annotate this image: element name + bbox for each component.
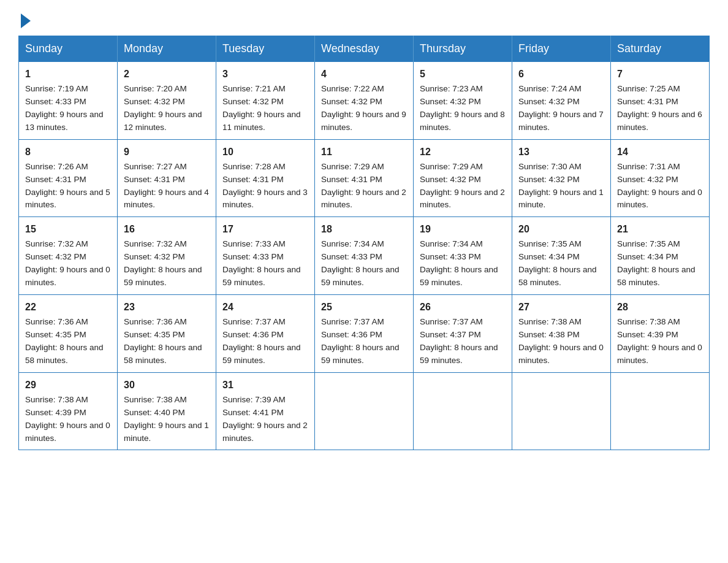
day-info: Sunrise: 7:37 AMSunset: 4:36 PMDaylight:… (321, 317, 400, 365)
calendar-week-row: 22Sunrise: 7:36 AMSunset: 4:35 PMDayligh… (19, 295, 710, 373)
day-number: 30 (124, 378, 210, 393)
calendar-day-cell: 22Sunrise: 7:36 AMSunset: 4:35 PMDayligh… (19, 295, 118, 373)
day-of-week-header: Thursday (414, 36, 512, 62)
day-info: Sunrise: 7:29 AMSunset: 4:31 PMDaylight:… (321, 162, 406, 210)
calendar-day-cell: 10Sunrise: 7:28 AMSunset: 4:31 PMDayligh… (216, 139, 315, 217)
calendar-day-cell: 6Sunrise: 7:24 AMSunset: 4:32 PMDaylight… (512, 62, 611, 140)
calendar-day-cell: 20Sunrise: 7:35 AMSunset: 4:34 PMDayligh… (512, 217, 611, 295)
day-number: 2 (124, 67, 210, 82)
day-number: 24 (222, 300, 308, 315)
day-number: 31 (222, 378, 308, 393)
day-number: 5 (420, 67, 506, 82)
day-info: Sunrise: 7:25 AMSunset: 4:31 PMDaylight:… (617, 84, 702, 132)
calendar-day-cell (512, 372, 611, 450)
day-number: 13 (518, 145, 604, 159)
day-of-week-header: Saturday (611, 36, 710, 62)
calendar-day-cell: 11Sunrise: 7:29 AMSunset: 4:31 PMDayligh… (315, 139, 414, 217)
calendar-day-cell: 13Sunrise: 7:30 AMSunset: 4:32 PMDayligh… (512, 139, 611, 217)
calendar-day-cell: 4Sunrise: 7:22 AMSunset: 4:32 PMDaylight… (315, 62, 414, 140)
day-info: Sunrise: 7:23 AMSunset: 4:32 PMDaylight:… (420, 84, 505, 132)
day-number: 9 (124, 145, 210, 159)
calendar-day-cell: 15Sunrise: 7:32 AMSunset: 4:32 PMDayligh… (19, 217, 118, 295)
day-info: Sunrise: 7:27 AMSunset: 4:31 PMDaylight:… (124, 162, 209, 210)
calendar-week-row: 1Sunrise: 7:19 AMSunset: 4:33 PMDaylight… (19, 62, 710, 140)
day-info: Sunrise: 7:19 AMSunset: 4:33 PMDaylight:… (25, 84, 104, 132)
calendar-week-row: 15Sunrise: 7:32 AMSunset: 4:32 PMDayligh… (19, 217, 710, 295)
calendar-day-cell: 21Sunrise: 7:35 AMSunset: 4:34 PMDayligh… (611, 217, 710, 295)
day-of-week-header: Friday (512, 36, 611, 62)
day-info: Sunrise: 7:39 AMSunset: 4:41 PMDaylight:… (222, 395, 308, 443)
day-number: 19 (420, 222, 506, 237)
day-number: 25 (321, 300, 407, 315)
day-number: 18 (321, 222, 407, 237)
calendar-day-cell: 8Sunrise: 7:26 AMSunset: 4:31 PMDaylight… (19, 139, 118, 217)
day-of-week-header: Monday (118, 36, 216, 62)
day-of-week-header: Wednesday (315, 36, 414, 62)
calendar-day-cell: 26Sunrise: 7:37 AMSunset: 4:37 PMDayligh… (414, 295, 512, 373)
day-number: 7 (617, 67, 703, 82)
day-of-week-header: Tuesday (216, 36, 315, 62)
day-number: 12 (420, 145, 506, 159)
day-info: Sunrise: 7:36 AMSunset: 4:35 PMDaylight:… (25, 317, 104, 365)
day-number: 8 (25, 145, 111, 159)
day-info: Sunrise: 7:34 AMSunset: 4:33 PMDaylight:… (420, 239, 498, 287)
day-number: 4 (321, 67, 407, 82)
calendar-day-cell (414, 372, 512, 450)
day-info: Sunrise: 7:35 AMSunset: 4:34 PMDaylight:… (518, 239, 597, 287)
calendar-day-cell: 24Sunrise: 7:37 AMSunset: 4:36 PMDayligh… (216, 295, 315, 373)
day-number: 15 (25, 222, 111, 237)
calendar-day-cell (611, 372, 710, 450)
calendar-day-cell: 29Sunrise: 7:38 AMSunset: 4:39 PMDayligh… (19, 372, 118, 450)
day-info: Sunrise: 7:28 AMSunset: 4:31 PMDaylight:… (222, 162, 308, 210)
day-info: Sunrise: 7:30 AMSunset: 4:32 PMDaylight:… (518, 162, 604, 210)
calendar-day-cell: 14Sunrise: 7:31 AMSunset: 4:32 PMDayligh… (611, 139, 710, 217)
calendar-day-cell: 31Sunrise: 7:39 AMSunset: 4:41 PMDayligh… (216, 372, 315, 450)
day-number: 23 (124, 300, 210, 315)
day-number: 29 (25, 378, 111, 393)
day-number: 6 (518, 67, 604, 82)
day-info: Sunrise: 7:20 AMSunset: 4:32 PMDaylight:… (124, 84, 202, 132)
day-number: 17 (222, 222, 308, 237)
day-info: Sunrise: 7:33 AMSunset: 4:33 PMDaylight:… (222, 239, 301, 287)
calendar-day-cell: 17Sunrise: 7:33 AMSunset: 4:33 PMDayligh… (216, 217, 315, 295)
calendar-day-cell: 16Sunrise: 7:32 AMSunset: 4:32 PMDayligh… (118, 217, 216, 295)
calendar-day-cell: 27Sunrise: 7:38 AMSunset: 4:38 PMDayligh… (512, 295, 611, 373)
day-number: 1 (25, 67, 111, 82)
day-number: 27 (518, 300, 604, 315)
day-number: 11 (321, 145, 407, 159)
day-info: Sunrise: 7:37 AMSunset: 4:37 PMDaylight:… (420, 317, 498, 365)
calendar-day-cell: 25Sunrise: 7:37 AMSunset: 4:36 PMDayligh… (315, 295, 414, 373)
day-info: Sunrise: 7:35 AMSunset: 4:34 PMDaylight:… (617, 239, 696, 287)
day-of-week-header: Sunday (19, 36, 118, 62)
day-info: Sunrise: 7:37 AMSunset: 4:36 PMDaylight:… (222, 317, 301, 365)
day-number: 28 (617, 300, 703, 315)
calendar-day-cell: 18Sunrise: 7:34 AMSunset: 4:33 PMDayligh… (315, 217, 414, 295)
day-number: 16 (124, 222, 210, 237)
day-info: Sunrise: 7:29 AMSunset: 4:32 PMDaylight:… (420, 162, 505, 210)
logo-arrow-icon (21, 13, 31, 28)
day-number: 26 (420, 300, 506, 315)
calendar-day-cell: 1Sunrise: 7:19 AMSunset: 4:33 PMDaylight… (19, 62, 118, 140)
day-info: Sunrise: 7:38 AMSunset: 4:38 PMDaylight:… (518, 317, 604, 365)
calendar-day-cell: 7Sunrise: 7:25 AMSunset: 4:31 PMDaylight… (611, 62, 710, 140)
day-number: 10 (222, 145, 308, 159)
day-info: Sunrise: 7:32 AMSunset: 4:32 PMDaylight:… (124, 239, 202, 287)
day-number: 20 (518, 222, 604, 237)
logo (18, 12, 31, 26)
calendar-day-cell: 2Sunrise: 7:20 AMSunset: 4:32 PMDaylight… (118, 62, 216, 140)
page-header (18, 12, 710, 26)
calendar-table: SundayMondayTuesdayWednesdayThursdayFrid… (18, 36, 710, 450)
day-number: 14 (617, 145, 703, 159)
day-info: Sunrise: 7:38 AMSunset: 4:39 PMDaylight:… (617, 317, 702, 365)
calendar-header-row: SundayMondayTuesdayWednesdayThursdayFrid… (19, 36, 710, 62)
day-info: Sunrise: 7:38 AMSunset: 4:40 PMDaylight:… (124, 395, 209, 443)
calendar-week-row: 8Sunrise: 7:26 AMSunset: 4:31 PMDaylight… (19, 139, 710, 217)
calendar-day-cell: 30Sunrise: 7:38 AMSunset: 4:40 PMDayligh… (118, 372, 216, 450)
day-number: 21 (617, 222, 703, 237)
day-info: Sunrise: 7:34 AMSunset: 4:33 PMDaylight:… (321, 239, 400, 287)
calendar-day-cell: 23Sunrise: 7:36 AMSunset: 4:35 PMDayligh… (118, 295, 216, 373)
calendar-day-cell: 12Sunrise: 7:29 AMSunset: 4:32 PMDayligh… (414, 139, 512, 217)
day-number: 3 (222, 67, 308, 82)
day-info: Sunrise: 7:36 AMSunset: 4:35 PMDaylight:… (124, 317, 202, 365)
day-info: Sunrise: 7:26 AMSunset: 4:31 PMDaylight:… (25, 162, 110, 210)
